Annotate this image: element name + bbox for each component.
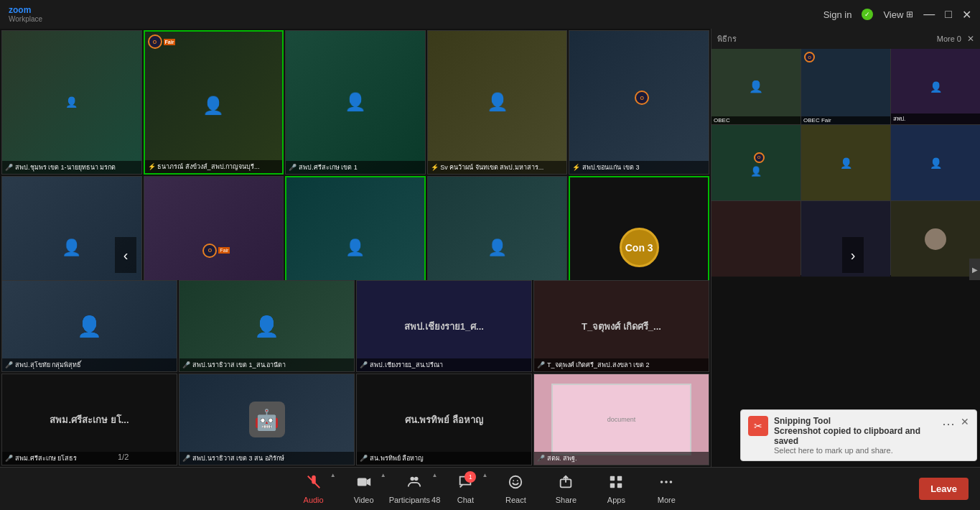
apps-icon: [608, 474, 624, 493]
svg-rect-11: [617, 483, 622, 487]
side-panel-header: พิธีกร More 0 ✕: [711, 29, 980, 49]
video-row-5: สพม.ศรีสะเกษ ยโ... 🎤 สพม.ศรีสะเกษ ยโสธร …: [1, 374, 709, 465]
participants-icon: [406, 474, 422, 493]
svg-rect-10: [610, 483, 615, 487]
last-label-2: 🎤 สพป.นราธิวาส เขต 3 สน อภิรักษ์: [179, 452, 354, 465]
side-panel-expand[interactable]: ▶: [969, 259, 980, 280]
bottom-overlay-4: T_จตุพงศ์ เกิดศรี_...: [582, 319, 661, 334]
tile-label-3: 🎤 สพป.ศรีสะเกษ เขต 1: [286, 161, 425, 174]
video-tile-1: 👤 🎤 สพป.ชุมพร เขต 1-นายยุทธนา มรกต: [1, 30, 142, 175]
video-button[interactable]: ▲ Video: [339, 468, 389, 511]
side-tile-4: O 👤: [711, 125, 801, 200]
snipping-message: Screenshot copied to clipboard and saved: [774, 426, 936, 446]
participants-label: Participants: [389, 496, 430, 504]
svg-point-12: [661, 481, 663, 483]
svg-point-4: [510, 476, 522, 488]
left-page-indicator: 1/2: [118, 453, 129, 461]
svg-point-13: [666, 481, 668, 483]
snipping-content: Snipping Tool Screenshot copied to clipb…: [774, 416, 936, 455]
bottom-tile-1: 👤 🎤 สพป.สุโขทัย กลุ่มพิสุทธิ์: [1, 280, 177, 372]
react-button[interactable]: React: [490, 468, 541, 511]
snipping-tool-icon: ✂: [748, 416, 768, 436]
last-label-3: 🎤 สน.พรทิพย์ ลือหาญ: [357, 452, 531, 465]
snipping-subtitle: Select here to mark up and share.: [774, 446, 936, 455]
svg-point-6: [517, 480, 518, 481]
bottom-label-4: 🎤 T_จตุพงศ์ เกิดศรี_สพป.สงขลา เขต 2: [534, 358, 709, 371]
bottom-overlay-3: สพป.เชียงราย1_ศ...: [404, 319, 484, 334]
zoom-sub: Workplace: [9, 15, 42, 24]
svg-rect-8: [610, 476, 615, 480]
more-label: More: [658, 496, 676, 504]
chat-icon: 1: [457, 474, 473, 493]
snipping-close-button[interactable]: ✕: [961, 416, 969, 427]
video-tile-3: 👤 🎤 สพป.ศรีสะเกษ เขต 1: [285, 30, 426, 175]
share-label: Share: [556, 496, 577, 504]
last-label-1: 🎤 สพม.ศรีสะเกษ ยโสธร: [2, 452, 177, 465]
more-button[interactable]: More: [641, 468, 691, 511]
audio-label: Audio: [304, 496, 324, 504]
svg-point-14: [670, 481, 673, 483]
video-tile-4: 👤 ⚡ Sv คนว้าผน์ จันทเขต สพป.มหาสาร...: [427, 30, 568, 175]
snipping-more-button[interactable]: ⋯: [942, 416, 955, 432]
tile-label-2: ⚡ ธนาภรณ์ สังข์วงส์_สพป.กาญจนบุรี...: [145, 160, 283, 173]
tile-label-4: ⚡ Sv คนว้าผน์ จันทเขต สพป.มหาสาร...: [428, 161, 567, 174]
video-tile-2: O Fair 👤 ⚡ ธนาภรณ์ สังข์วงส์_สพป.กาญจนบุ…: [144, 30, 284, 175]
share-button[interactable]: Share: [541, 468, 591, 511]
chat-button[interactable]: 1 ▲ Chat: [440, 468, 490, 511]
share-icon: [558, 474, 574, 493]
side-tile-6: 👤: [891, 125, 980, 200]
last-overlay-1: สพม.ศรีสะเกษ ยโ...: [50, 412, 129, 427]
bottom-tile-2: 👤 🎤 สพป.นราธิวาส เขต 1_สน.อานีดา: [179, 280, 355, 372]
status-check-icon: ✓: [862, 9, 873, 20]
bottom-label-2: 🎤 สพป.นราธิวาส เขต 1_สน.อานีดา: [179, 358, 354, 371]
zoom-brand: zoom: [9, 5, 42, 15]
svg-point-5: [513, 480, 515, 481]
tile-label-5: ⚡ สพป.ขอนแก่น เขต 3: [569, 161, 709, 174]
bottom-label-1: 🎤 สพป.สุโขทัย กลุ่มพิสุทธิ์: [2, 358, 177, 371]
video-row-4: 👤 🎤 สพป.สุโขทัย กลุ่มพิสุทธิ์ 👤 🎤 สพป.นร…: [1, 280, 709, 372]
obec-logo-5: O: [635, 91, 649, 105]
sign-in-label: Sign in: [823, 9, 852, 20]
react-label: React: [505, 496, 526, 504]
side-tile-1: 👤 OBEC: [711, 49, 801, 124]
chat-badge: 1: [465, 471, 476, 483]
next-page-button[interactable]: ›: [842, 237, 864, 273]
sign-in-button[interactable]: Sign in: [823, 9, 852, 20]
last-tile-1: สพม.ศรีสะเกษ ยโ... 🎤 สพม.ศรีสะเกษ ยโสธร: [1, 374, 177, 465]
close-button[interactable]: ✕: [962, 8, 971, 22]
bottom-tile-3: สพป.เชียงราย1_ศ... 🎤 สพป.เชียงราย1_สน.ปร…: [356, 280, 532, 372]
last-overlay-3: ศน.พรทิพย์ ลือหาญ: [405, 412, 483, 427]
obec-logo-2: O Fair: [148, 34, 176, 49]
side-tile-2: O OBEC Fair: [801, 49, 890, 124]
svg-rect-1: [357, 478, 366, 486]
prev-page-button[interactable]: ‹: [115, 237, 136, 273]
side-tile-5: 👤: [801, 125, 890, 200]
view-button[interactable]: View ⊞: [883, 9, 913, 20]
side-tile-7: [711, 201, 801, 277]
side-panel-close[interactable]: ✕: [967, 34, 974, 44]
chat-label: Chat: [457, 496, 474, 504]
leave-button[interactable]: Leave: [919, 478, 969, 500]
participants-count: 48: [431, 496, 440, 504]
audio-button[interactable]: ▲ Audio: [289, 468, 339, 511]
last-tile-2: 🤖 🎤 สพป.นราธิวาส เขต 3 สน อภิรักษ์: [179, 374, 355, 465]
tile-label-1: 🎤 สพป.ชุมพร เขต 1-นายยุทธนา มรกต: [2, 161, 141, 174]
bottom-toolbar: ▲ Audio ▲ Video ▲ Participants 48: [0, 467, 980, 510]
bottom-tile-4: T_จตุพงศ์ เกิดศรี_... 🎤 T_จตุพงศ์ เกิดศร…: [533, 280, 709, 372]
bottom-label-3: 🎤 สพป.เชียงราย1_สน.ปรีณา: [357, 358, 531, 371]
last-tile-4: document 🎤 สตผ. สพฐ.: [533, 374, 709, 465]
side-panel-more[interactable]: More 0: [937, 34, 961, 43]
audio-icon: [306, 474, 322, 493]
side-panel-title: พิธีกร: [717, 32, 737, 45]
minimize-button[interactable]: —: [923, 8, 935, 21]
video-tile-5: O ⚡ สพป.ขอนแก่น เขต 3: [569, 30, 709, 175]
title-bar-controls: Sign in ✓ View ⊞ — □ ✕: [823, 8, 971, 22]
apps-button[interactable]: Apps: [591, 468, 641, 511]
side-tile-9: [891, 201, 980, 277]
maximize-button[interactable]: □: [945, 8, 952, 21]
side-tile-3: 👤 สพป.: [891, 49, 980, 124]
last-tile-3: ศน.พรทิพย์ ลือหาญ 🎤 สน.พรทิพย์ ลือหาญ: [356, 374, 532, 465]
participants-button[interactable]: ▲ Participants 48: [389, 468, 441, 511]
video-row-1: 👤 🎤 สพป.ชุมพร เขต 1-นายยุทธนา มรกต O Fai…: [1, 30, 709, 175]
snipping-title: Snipping Tool: [774, 416, 936, 426]
